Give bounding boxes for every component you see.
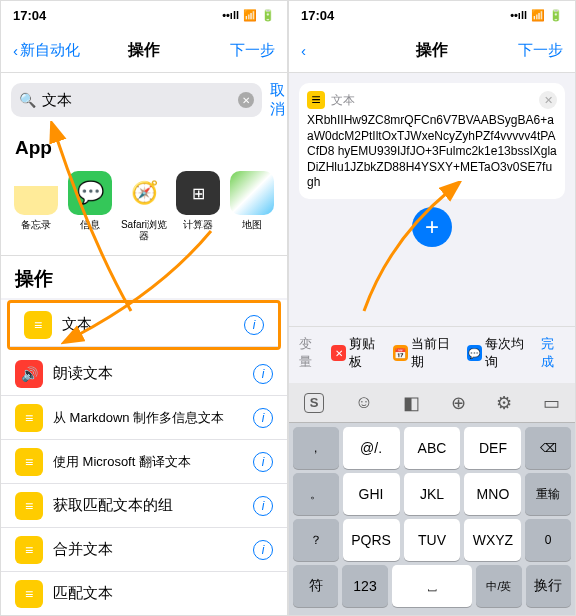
status-bar: 17:04 ••ıll📶🔋 xyxy=(1,1,287,29)
search-input[interactable] xyxy=(42,92,232,109)
key-retype[interactable]: 重输 xyxy=(525,473,571,515)
info-icon[interactable]: i xyxy=(253,540,273,560)
key-abc[interactable]: ABC xyxy=(404,427,461,469)
key-zero[interactable]: 0 xyxy=(525,519,571,561)
left-screen: 17:04 ••ıll📶🔋 ‹ 新自动化 操作 下一步 🔍 ✕ 取消 App 备… xyxy=(0,0,288,616)
variable-label: 变量 xyxy=(299,335,323,371)
safari-icon: 🧭 xyxy=(122,171,166,215)
key-period[interactable]: 。 xyxy=(293,473,339,515)
status-indicators: ••ıll📶🔋 xyxy=(222,9,275,22)
text-icon: ≡ xyxy=(24,311,52,339)
text-icon: ≡ xyxy=(15,536,43,564)
key-ghi[interactable]: GHI xyxy=(343,473,400,515)
mic-icon[interactable]: ⊕ xyxy=(451,392,466,414)
askeach-button[interactable]: 💬 每次均询 xyxy=(467,335,533,371)
cancel-button[interactable]: 取消 xyxy=(270,81,285,119)
text-action-card[interactable]: ≡ 文本 ✕ XRbhIIHw9ZC8mrQFCn6V7BVAABSygBA6+… xyxy=(299,83,565,199)
settings-icon[interactable]: ⚙ xyxy=(496,392,512,414)
nav-bar: ‹ 操作 下一步 xyxy=(289,29,575,73)
back-button[interactable]: ‹ 新自动化 xyxy=(13,41,80,60)
emoji-icon[interactable]: ☺ xyxy=(355,392,373,413)
action-combine[interactable]: ≡ 合并文本 i xyxy=(1,528,287,572)
app-safari[interactable]: 🧭 Safari浏览器 xyxy=(119,171,169,241)
app-calculator[interactable]: ⊞ 计算器 xyxy=(173,171,223,241)
app-messages[interactable]: 💬 信息 xyxy=(65,171,115,241)
info-icon[interactable]: i xyxy=(253,496,273,516)
key-lang[interactable]: 中/英 xyxy=(476,565,521,607)
maps-icon xyxy=(230,171,274,215)
text-icon: ≡ xyxy=(15,492,43,520)
right-screen: 17:04 ••ıll📶🔋 ‹ 操作 下一步 ≡ 文本 ✕ XRbhIIHw9Z… xyxy=(288,0,576,616)
action-match-group[interactable]: ≡ 获取匹配文本的组 i xyxy=(1,484,287,528)
section-actions-header: 操作 xyxy=(1,255,287,298)
key-separator[interactable]: , xyxy=(293,427,339,469)
card-content[interactable]: XRbhIIHw9ZC8mrQFCn6V7BVAABSygBA6+aaW0dcM… xyxy=(307,113,557,191)
clipboard-button[interactable]: ✕ 剪贴板 xyxy=(331,335,385,371)
search-icon: 🔍 xyxy=(19,92,36,108)
apps-row: 备忘录 💬 信息 🧭 Safari浏览器 ⊞ 计算器 地图 xyxy=(1,165,287,255)
speaker-icon: 🔊 xyxy=(15,360,43,388)
nav-title: 操作 xyxy=(416,40,448,61)
key-wxyz[interactable]: WXYZ xyxy=(464,519,521,561)
action-text[interactable]: ≡ 文本 i xyxy=(10,303,278,347)
status-time: 17:04 xyxy=(13,8,46,23)
done-button[interactable]: 完成 xyxy=(541,335,565,371)
action-translate[interactable]: ≡ 使用 Microsoft 翻译文本 i xyxy=(1,440,287,484)
status-time: 17:04 xyxy=(301,8,334,23)
person-icon[interactable]: ◧ xyxy=(403,392,420,414)
highlight-annotation: ≡ 文本 i xyxy=(7,300,281,350)
nav-bar: ‹ 新自动化 操作 下一步 xyxy=(1,29,287,73)
key-tuv[interactable]: TUV xyxy=(404,519,461,561)
text-icon: ≡ xyxy=(15,404,43,432)
key-pqrs[interactable]: PQRS xyxy=(343,519,400,561)
card-title: 文本 xyxy=(331,92,355,109)
key-backspace[interactable]: ⌫ xyxy=(525,427,571,469)
text-icon: ≡ xyxy=(307,91,325,109)
text-icon: ≡ xyxy=(15,580,43,608)
action-markdown[interactable]: ≡ 从 Markdown 制作多信息文本 i xyxy=(1,396,287,440)
collapse-icon[interactable]: ▭ xyxy=(543,392,560,414)
key-jkl[interactable]: JKL xyxy=(404,473,461,515)
info-icon[interactable]: i xyxy=(244,315,264,335)
key-1[interactable]: @/. xyxy=(343,427,400,469)
nav-title: 操作 xyxy=(128,40,160,61)
action-match[interactable]: ≡ 匹配文本 xyxy=(1,572,287,616)
sogou-icon[interactable]: S xyxy=(304,393,324,413)
actions-list: ≡ 文本 i 🔊 朗读文本 i ≡ 从 Markdown 制作多信息文本 i ≡… xyxy=(1,300,287,616)
close-icon[interactable]: ✕ xyxy=(539,91,557,109)
calendar-icon: 📅 xyxy=(393,345,408,361)
back-button[interactable]: ‹ xyxy=(301,42,306,59)
info-icon[interactable]: i xyxy=(253,452,273,472)
next-button[interactable]: 下一步 xyxy=(230,41,275,60)
status-bar: 17:04 ••ıll📶🔋 xyxy=(289,1,575,29)
info-icon[interactable]: i xyxy=(253,408,273,428)
search-box[interactable]: 🔍 ✕ xyxy=(11,83,262,117)
section-app-header: App xyxy=(1,127,287,165)
calculator-icon: ⊞ xyxy=(176,171,220,215)
key-symbol[interactable]: 符 xyxy=(293,565,338,607)
ask-icon: 💬 xyxy=(467,345,482,361)
info-icon[interactable]: i xyxy=(253,364,273,384)
suggestion-bar: 变量 ✕ 剪贴板 📅 当前日期 💬 每次均询 完成 xyxy=(289,326,575,379)
app-notes[interactable]: 备忘录 xyxy=(11,171,61,241)
notes-icon xyxy=(14,171,58,215)
app-maps[interactable]: 地图 xyxy=(227,171,277,241)
key-123[interactable]: 123 xyxy=(342,565,387,607)
add-action-button[interactable]: + xyxy=(412,207,452,247)
clipboard-icon: ✕ xyxy=(331,345,346,361)
key-mno[interactable]: MNO xyxy=(464,473,521,515)
clear-icon[interactable]: ✕ xyxy=(238,92,254,108)
key-question[interactable]: ？ xyxy=(293,519,339,561)
annotation-arrow-3 xyxy=(349,181,469,321)
search-row: 🔍 ✕ 取消 xyxy=(1,73,287,127)
key-def[interactable]: DEF xyxy=(464,427,521,469)
keyboard: S ☺ ◧ ⊕ ⚙ ▭ , @/. ABC DEF ⌫ 。 GHI JKL MN… xyxy=(289,383,575,615)
action-speak[interactable]: 🔊 朗读文本 i xyxy=(1,352,287,396)
messages-icon: 💬 xyxy=(68,171,112,215)
status-indicators: ••ıll📶🔋 xyxy=(510,9,563,22)
key-return[interactable]: 换行 xyxy=(526,565,571,607)
keyboard-toolbar: S ☺ ◧ ⊕ ⚙ ▭ xyxy=(289,383,575,423)
date-button[interactable]: 📅 当前日期 xyxy=(393,335,459,371)
next-button[interactable]: 下一步 xyxy=(518,41,563,60)
key-space[interactable]: ⎵ xyxy=(392,565,473,607)
